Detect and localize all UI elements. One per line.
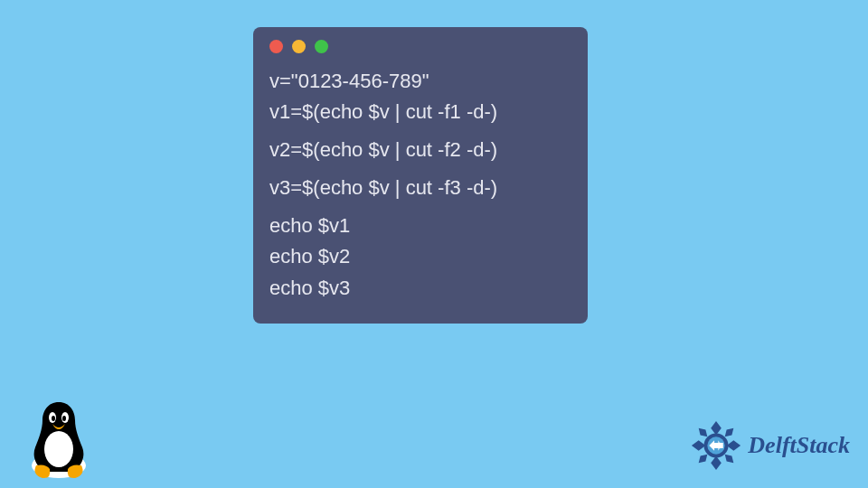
minimize-dot xyxy=(292,40,306,53)
delftstack-logo-icon xyxy=(690,419,742,472)
code-line-5: echo $v1 xyxy=(269,211,571,241)
svg-marker-7 xyxy=(712,456,722,470)
svg-marker-11 xyxy=(725,428,734,437)
svg-marker-10 xyxy=(699,428,708,437)
svg-point-4 xyxy=(52,416,55,421)
terminal-window: v="0123-456-789" v1=$(echo $v | cut -f1 … xyxy=(253,27,588,324)
code-line-3: v2=$(echo $v | cut -f2 -d-) xyxy=(269,135,571,165)
code-line-6: echo $v2 xyxy=(269,241,571,272)
svg-point-1 xyxy=(44,431,73,467)
svg-marker-8 xyxy=(692,440,705,451)
maximize-dot xyxy=(315,40,328,53)
window-controls xyxy=(269,40,571,53)
code-line-1: v="0123-456-789" xyxy=(269,66,571,97)
delftstack-label: DelftStack xyxy=(748,432,850,459)
code-line-4: v3=$(echo $v | cut -f3 -d-) xyxy=(269,173,571,203)
close-dot xyxy=(269,40,283,53)
linux-tux-icon xyxy=(23,395,95,481)
delftstack-brand: DelftStack xyxy=(690,419,850,472)
code-line-7: echo $v3 xyxy=(269,273,571,304)
svg-marker-13 xyxy=(725,455,734,464)
svg-point-5 xyxy=(62,416,66,421)
code-line-2: v1=$(echo $v | cut -f1 -d-) xyxy=(269,97,571,127)
svg-marker-6 xyxy=(712,421,722,435)
svg-marker-12 xyxy=(699,455,708,464)
svg-marker-9 xyxy=(727,440,741,451)
